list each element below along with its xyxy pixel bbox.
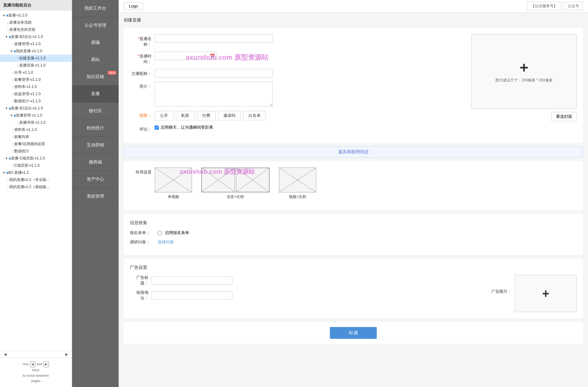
perm-public-btn[interactable]: 公开 (155, 111, 173, 120)
item-label: 数据统计 (14, 149, 29, 154)
survey-link[interactable]: 选择问卷 (158, 239, 174, 245)
sidebar-item-my-live12-basic[interactable]: □ 我的直播v1.2（基础版... (0, 183, 72, 191)
host-name-input[interactable] (155, 69, 273, 77)
layout-options: 单视频 语音+文档 视频+文档 (155, 168, 316, 200)
sidebar-item-pkg-list[interactable]: □ 套餐列表 (0, 133, 72, 141)
sidebar-item-live-page[interactable]: □ 直播页面-v1.1.0 (0, 62, 72, 69)
sidebar-item-pkg-rule[interactable]: □ 套餐/试用规则设置 (0, 141, 72, 148)
nav-mini-community[interactable]: 微社区 (72, 103, 119, 120)
reselect-cover-btn[interactable]: 重选封面 (551, 112, 577, 121)
nav-asset-center[interactable]: 资产中心 (72, 171, 119, 188)
layout-video-doc[interactable]: 视频+文档 (279, 168, 316, 200)
top-bar: Logo 【认证服务号】 公众号 (119, 0, 588, 12)
item-label: 直播管理-v1.1.0 (16, 113, 42, 118)
item-label: 收益管理-v1.1.0 (14, 91, 41, 97)
sidebar-item-my-live[interactable]: ▼ ■ 我的直播-v1.1.0 (0, 48, 72, 55)
triangle-icon: ▼ (2, 171, 6, 174)
calendar-icon[interactable]: 📅 (210, 53, 215, 58)
perm-invite-btn[interactable]: 邀请码 (218, 111, 241, 120)
intro-label: 简介： (130, 82, 155, 89)
logo-button[interactable]: Logo (124, 2, 143, 10)
scroll-left-btn[interactable]: ◀ (2, 352, 8, 357)
sidebar-item-live-b2[interactable]: ▼ ■ 直播-B2后台-v1.1.0 (0, 33, 72, 40)
sidebar-item-c-page[interactable]: □ C端页面-v1.1.0 (0, 162, 72, 169)
item-label: 直播-B2后台-v1.1.0 (11, 34, 43, 39)
public-account-btn[interactable]: 公众号 (564, 2, 583, 10)
folder-icon: ■ (6, 171, 8, 175)
sidebar-item-live-mgmt2[interactable]: ▼ ■ 直播管理-v1.1.0 (0, 112, 72, 119)
auth-service-btn[interactable]: 【认证服务号】 (527, 2, 561, 10)
comment-label: 评论： (130, 125, 155, 132)
nav-public-mgmt[interactable]: 公众号管理 (72, 17, 119, 34)
nav-easy-edit[interactable]: 易编 (72, 34, 119, 51)
use-text: Use (23, 362, 29, 367)
intro-textarea[interactable] (155, 82, 273, 107)
sidebar-item-data-stats[interactable]: □ 数据统计-v1.1.0 (0, 98, 72, 105)
folder-icon: ■ (9, 156, 11, 161)
live-time-label: *直播时间： (130, 52, 155, 65)
middle-nav: 我的工作台 公众号管理 易编 易站 NEW 知识店铺 直播 微社区 粉丝统计 互… (72, 0, 119, 387)
item-label: 直播包含的页面 (9, 27, 35, 32)
nav-live[interactable]: 直播 (72, 85, 119, 103)
new-badge: NEW (108, 71, 116, 75)
nav-workbench[interactable]: 我的工作台 (72, 0, 119, 17)
sidebar-item-live-mgmt[interactable]: □ 直播管理-v1.1.0 (0, 40, 72, 48)
triangle-icon: ▼ (10, 114, 13, 117)
sidebar-item-resource[interactable]: □ 资料库-v1.1.0 (0, 83, 72, 90)
cover-area[interactable]: + 图片建议尺寸：200像素 * 200像素 (471, 34, 577, 109)
sidebar-item-live-detail[interactable]: □ 直播详情-v1.1.0 (0, 119, 72, 126)
comment-checkbox[interactable] (155, 126, 159, 130)
sidebar-item-live-pages[interactable]: □ 直播包含的页面 (0, 26, 72, 33)
folder-icon: ■ (9, 35, 11, 39)
nav-easy-site[interactable]: 易站 (72, 51, 119, 68)
nav-knowledge-shop[interactable]: NEW 知识店铺 (72, 68, 119, 85)
live-name-input[interactable] (155, 34, 273, 43)
sidebar-item-share[interactable]: □ 分享-v1.1.0 (0, 69, 72, 76)
signup-label: 报名表单： (130, 230, 155, 236)
ad-title-input[interactable] (152, 276, 232, 285)
sidebar-item-live-c[interactable]: ▼ ■ 直播-C端页面-v1.1.0 (0, 155, 72, 162)
sidebar-tree: ▼ ■ 直播-v1.1.0 □ 直播业务流程 □ 直播包含的页面 ▼ ■ 直播-… (0, 11, 72, 351)
sidebar-item-resource2[interactable]: □ 资料库-v1.1.0 (0, 126, 72, 133)
perm-paid-btn[interactable]: 付费 (197, 111, 216, 120)
ad-link-input[interactable] (152, 291, 232, 300)
sidebar-item-b2-live[interactable]: ▼ ■ B2-直播v1.2 (0, 169, 72, 176)
folder-icon: ■ (14, 49, 16, 53)
info-section: 信息收集 报名表单： 启用报名表单 调研问卷： 选择问卷 (124, 214, 583, 255)
scroll-right-btn[interactable]: ▶ (63, 352, 70, 357)
survey-row: 调研问卷： 选择问卷 (130, 239, 577, 245)
submit-btn[interactable]: 创 建 (330, 327, 377, 339)
sidebar-item-live-b1[interactable]: ▼ ■ 直播-B1后台-v1.1.0 (0, 105, 72, 112)
live-time-input[interactable] (155, 52, 217, 60)
signup-row: 报名表单： 启用报名表单 (130, 230, 577, 236)
layout-audio-doc[interactable]: 语音+文档 (201, 168, 270, 200)
nav-mini-shop[interactable]: 微商城 (72, 154, 119, 171)
signup-checkbox[interactable] (158, 231, 162, 235)
sidebar-item-pkg-mgmt[interactable]: □ 套餐管理-v1.1.0 (0, 76, 72, 83)
sidebar-item-create-live[interactable]: □ 创建直播-v1.1.0 (0, 55, 72, 62)
nav-interactive-mktg[interactable]: 互动营销 (72, 137, 119, 154)
nav-fans-stats[interactable]: 粉丝统计 (72, 120, 119, 137)
item-label: 直播页面-v1.1.0 (19, 63, 46, 68)
sidebar-item-revenue[interactable]: □ 收益管理-v1.1.0 (0, 90, 72, 98)
sidebar-item-my-live12-pro[interactable]: □ 我的直播v1.2（专业版... (0, 176, 72, 183)
perm-whitelist-btn[interactable]: 白名单 (243, 111, 266, 120)
item-label: 我的直播v1.2（基础版... (9, 184, 49, 190)
ad-section: 广告设置 广告标题： 链接地址： 广告图片： + (124, 259, 583, 318)
content-area: 创建直播 axurehub.com 原型资源站 *直播名称： (119, 12, 588, 387)
sidebar-item-live-v1[interactable]: ▼ ■ 直播-v1.1.0 (0, 12, 72, 19)
triangle-icon: ▼ (2, 14, 6, 17)
item-label: 直播详情-v1.1.0 (19, 120, 46, 125)
item-label: 套餐管理-v1.1.0 (14, 77, 41, 82)
nav-sys-mgmt[interactable]: 系统管理 (72, 188, 119, 205)
item-label: 资料库-v1.1.0 (14, 127, 37, 132)
ad-cover-area[interactable]: + (515, 275, 577, 312)
perm-private-btn[interactable]: 私密 (176, 111, 194, 120)
folder-icon: ■ (9, 106, 11, 111)
sidebar-item-data-stats2[interactable]: □ 数据统计 (0, 148, 72, 155)
cover-plus-icon: + (520, 60, 528, 75)
sidebar-item-live-biz[interactable]: □ 直播业务流程 (0, 19, 72, 26)
item-label: 套餐列表 (14, 134, 29, 140)
cover-section: + 图片建议尺寸：200像素 * 200像素 重选封面 (459, 34, 577, 121)
layout-single-video[interactable]: 单视频 (155, 168, 192, 200)
